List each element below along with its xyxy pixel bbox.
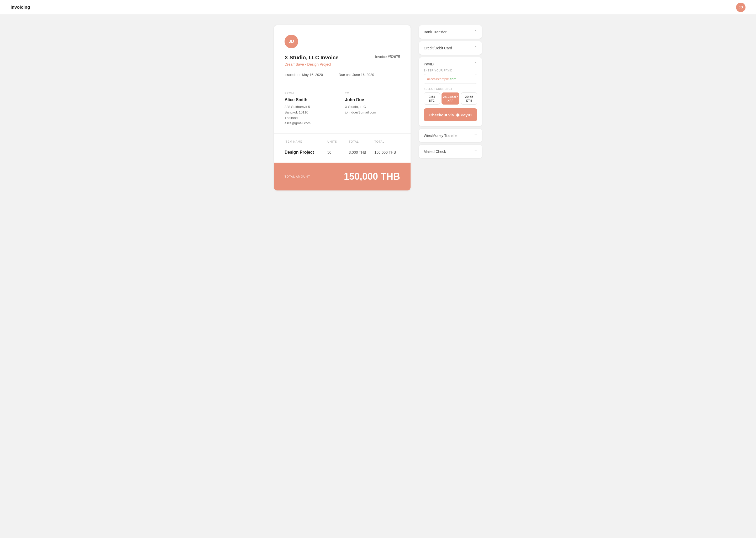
- payid-label: PayID: [424, 62, 434, 66]
- btc-amount: 0.51: [425, 95, 439, 99]
- items-table-header: ITEM NAME UNITS TOTAL TOTAL: [285, 140, 400, 143]
- invoice-card: JD X Studio, LLC Invoice Invoice #52675 …: [274, 25, 410, 190]
- invoice-project-link[interactable]: DreamSave - Design Project: [285, 62, 400, 67]
- invoice-header: JD X Studio, LLC Invoice Invoice #52675 …: [274, 25, 410, 84]
- bank-transfer-label: Bank Transfer: [424, 30, 447, 34]
- item-unit-price: 3,000 THB: [349, 150, 374, 154]
- payid-domain-text: com: [450, 77, 456, 81]
- to-block: TO John Doe X Studio, LLC johndoe@gmail.…: [345, 92, 400, 126]
- bank-transfer-option[interactable]: Bank Transfer ⌃: [419, 25, 482, 39]
- xrp-amount: 24,245.67: [443, 95, 458, 99]
- app-title: Invoicing: [11, 5, 30, 10]
- payid-option: PayID ⌃ ENTER YOUR PAYID alice$example.c…: [419, 57, 482, 126]
- mailed-check-header[interactable]: Mailed Check ⌃: [419, 145, 482, 158]
- from-to-section: FROM Alice Smith 388 Sukhumvit 5 Bangkok…: [274, 84, 410, 134]
- payid-field-label: ENTER YOUR PAYID: [424, 69, 477, 72]
- to-address: X Studio, LLC johndoe@gmail.com: [345, 104, 400, 115]
- btc-name: BTC: [425, 99, 439, 102]
- currency-eth[interactable]: 20.65 ETH: [461, 92, 477, 105]
- xrp-name: XRP: [443, 99, 458, 102]
- to-label: TO: [345, 92, 400, 95]
- total-label: TOTAL AMOUNT: [285, 175, 310, 178]
- bank-transfer-chevron-icon: ⌃: [474, 29, 477, 34]
- item-total: 150,000 THB: [374, 150, 400, 154]
- col-item-name: ITEM NAME: [285, 140, 327, 143]
- total-amount: 150,000 THB: [344, 171, 400, 182]
- from-address: 388 Sukhumvit 5 Bangkok 10110 Thailand a…: [285, 104, 340, 126]
- currency-options: 0.51 BTC 24,245.67 XRP 20.65 ETH: [424, 92, 477, 105]
- wire-transfer-chevron-icon: ⌃: [474, 133, 477, 138]
- col-total1: TOTAL: [349, 140, 374, 143]
- invoice-number: Invoice #52675: [375, 55, 400, 59]
- from-to-grid: FROM Alice Smith 388 Sukhumvit 5 Bangkok…: [285, 92, 400, 126]
- credit-card-header[interactable]: Credit/Debit Card ⌃: [419, 41, 482, 55]
- payid-brand-name: PayID: [461, 113, 472, 117]
- credit-card-chevron-icon: ⌃: [474, 45, 477, 50]
- main-content: JD X Studio, LLC Invoice Invoice #52675 …: [234, 15, 522, 201]
- due-date: Due on: June 16, 2020: [339, 73, 374, 77]
- header: Invoicing JD: [0, 0, 756, 15]
- credit-card-option[interactable]: Credit/Debit Card ⌃: [419, 41, 482, 55]
- payid-header[interactable]: PayID ⌃: [419, 57, 482, 69]
- mailed-check-label: Mailed Check: [424, 149, 446, 154]
- invoice-dates: Issued on: May 16, 2020 Due on: June 16,…: [285, 73, 400, 77]
- table-row: Design Project 50 3,000 THB 150,000 THB: [285, 147, 400, 157]
- invoice-avatar: JD: [285, 35, 298, 48]
- col-units: UNITS: [327, 140, 349, 143]
- to-name: John Doe: [345, 97, 400, 102]
- credit-card-label: Credit/Debit Card: [424, 46, 452, 50]
- wire-transfer-label: Wire/Money Transfer: [424, 134, 458, 138]
- wire-transfer-header[interactable]: Wire/Money Transfer ⌃: [419, 129, 482, 142]
- invoice-title-row: X Studio, LLC Invoice Invoice #52675: [285, 55, 400, 61]
- payid-input[interactable]: alice$example.com: [424, 74, 477, 84]
- from-name: Alice Smith: [285, 97, 340, 102]
- payid-diamond-icon: ◆: [456, 112, 460, 118]
- items-section: ITEM NAME UNITS TOTAL TOTAL Design Proje…: [274, 134, 410, 163]
- total-section: TOTAL AMOUNT 150,000 THB: [274, 163, 410, 190]
- mailed-check-chevron-icon: ⌃: [474, 149, 477, 154]
- currency-btc[interactable]: 0.51 BTC: [424, 92, 440, 105]
- payid-body: ENTER YOUR PAYID alice$example.com SELEC…: [419, 69, 482, 126]
- invoice-company-title: X Studio, LLC Invoice: [285, 55, 339, 61]
- item-name: Design Project: [285, 150, 327, 155]
- eth-amount: 20.65: [462, 95, 476, 99]
- payid-user-text: alice$example: [427, 77, 449, 81]
- eth-name: ETH: [462, 99, 476, 102]
- payid-chevron-icon: ⌃: [474, 62, 477, 67]
- payid-brand-logo: ◆ PayID: [456, 112, 472, 118]
- col-total2: TOTAL: [374, 140, 400, 143]
- item-units: 50: [327, 150, 349, 154]
- checkout-button[interactable]: Checkout via ◆ PayID: [424, 108, 477, 121]
- wire-transfer-option[interactable]: Wire/Money Transfer ⌃: [419, 129, 482, 142]
- payment-panel: Bank Transfer ⌃ Credit/Debit Card ⌃ PayI…: [419, 25, 482, 190]
- checkout-via-label: Checkout via: [429, 113, 453, 117]
- currency-select-label: SELECT CURRENCY: [424, 87, 477, 90]
- mailed-check-option[interactable]: Mailed Check ⌃: [419, 145, 482, 158]
- issued-date: Issued on: May 16, 2020: [285, 73, 323, 77]
- from-label: FROM: [285, 92, 340, 95]
- from-block: FROM Alice Smith 388 Sukhumvit 5 Bangkok…: [285, 92, 340, 126]
- currency-xrp[interactable]: 24,245.67 XRP: [442, 92, 459, 105]
- bank-transfer-header[interactable]: Bank Transfer ⌃: [419, 25, 482, 39]
- user-avatar[interactable]: JD: [736, 3, 745, 12]
